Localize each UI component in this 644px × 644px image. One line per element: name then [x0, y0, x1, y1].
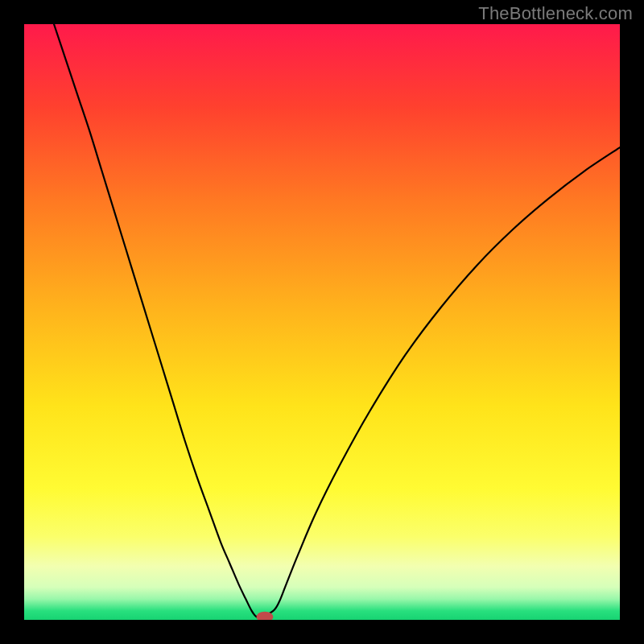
- chart-frame: TheBottleneck.com: [0, 0, 644, 644]
- watermark-text: TheBottleneck.com: [478, 3, 633, 24]
- bottleneck-chart: [24, 24, 620, 620]
- heat-background: [24, 24, 620, 620]
